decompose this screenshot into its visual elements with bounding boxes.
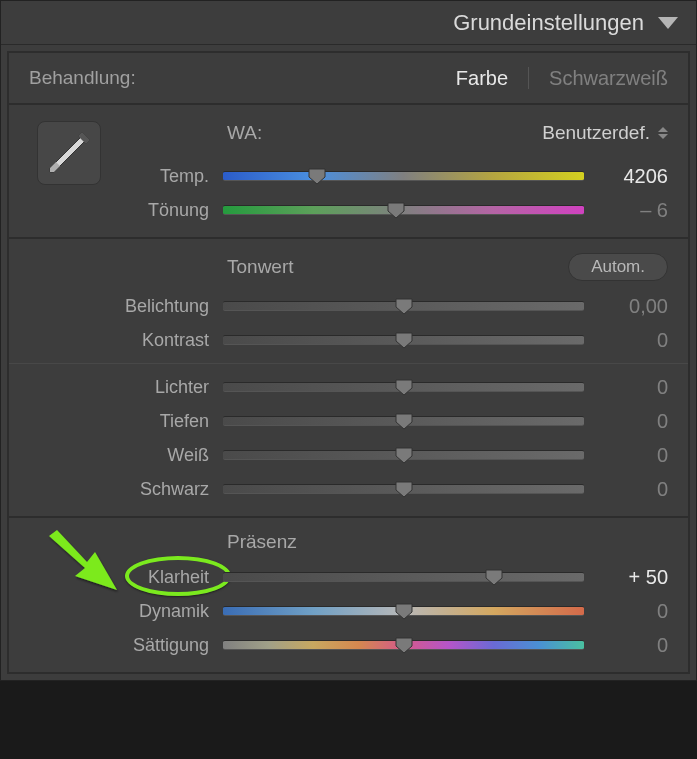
panel-header[interactable]: Grundeinstellungen bbox=[1, 1, 696, 45]
blacks-thumb[interactable] bbox=[394, 480, 414, 498]
vibrance-label: Dynamik bbox=[29, 601, 209, 622]
saturation-value[interactable]: 0 bbox=[598, 634, 668, 657]
blacks-row: Schwarz 0 bbox=[29, 472, 668, 506]
wb-preset-dropdown[interactable]: Benutzerdef. bbox=[542, 122, 668, 144]
temp-row: Temp. 4206 bbox=[29, 159, 668, 193]
clarity-thumb[interactable] bbox=[484, 568, 504, 586]
annotation-arrow-icon bbox=[35, 524, 125, 600]
temp-label: Temp. bbox=[29, 166, 209, 187]
tint-slider[interactable] bbox=[223, 205, 584, 215]
vibrance-thumb[interactable] bbox=[394, 602, 414, 620]
blacks-label: Schwarz bbox=[29, 479, 209, 500]
wb-section: WA: Benutzerdef. Temp. 4206 Tönung – bbox=[7, 105, 690, 239]
blacks-slider[interactable] bbox=[223, 484, 584, 494]
contrast-row: Kontrast 0 bbox=[29, 323, 668, 357]
exposure-label: Belichtung bbox=[29, 296, 209, 317]
whites-label: Weiß bbox=[29, 445, 209, 466]
shadows-row: Tiefen 0 bbox=[29, 404, 668, 438]
highlights-slider[interactable] bbox=[223, 382, 584, 392]
shadows-value[interactable]: 0 bbox=[598, 410, 668, 433]
tint-label: Tönung bbox=[29, 200, 209, 221]
shadows-slider[interactable] bbox=[223, 416, 584, 426]
saturation-row: Sättigung 0 bbox=[29, 628, 668, 662]
treatment-bw[interactable]: Schwarzweiß bbox=[549, 67, 668, 90]
tone-title: Tonwert bbox=[227, 256, 568, 278]
wb-label: WA: bbox=[227, 122, 542, 144]
contrast-slider[interactable] bbox=[223, 335, 584, 345]
presence-title: Präsenz bbox=[227, 528, 668, 556]
dropdown-caret-icon bbox=[658, 127, 668, 139]
highlights-value[interactable]: 0 bbox=[598, 376, 668, 399]
clarity-label: Klarheit bbox=[29, 567, 209, 588]
whites-thumb[interactable] bbox=[394, 446, 414, 464]
temp-thumb[interactable] bbox=[307, 167, 327, 185]
panel-title: Grundeinstellungen bbox=[453, 10, 644, 36]
basic-panel: Grundeinstellungen Behandlung: Farbe Sch… bbox=[0, 0, 697, 681]
contrast-value[interactable]: 0 bbox=[598, 329, 668, 352]
tint-value[interactable]: – 6 bbox=[598, 199, 668, 222]
shadows-thumb[interactable] bbox=[394, 412, 414, 430]
whites-value[interactable]: 0 bbox=[598, 444, 668, 467]
clarity-slider[interactable] bbox=[223, 572, 584, 582]
clarity-row: Klarheit + 50 bbox=[29, 560, 668, 594]
exposure-row: Belichtung 0,00 bbox=[29, 289, 668, 323]
exposure-thumb[interactable] bbox=[394, 297, 414, 315]
whites-row: Weiß 0 bbox=[29, 438, 668, 472]
vibrance-value[interactable]: 0 bbox=[598, 600, 668, 623]
divider bbox=[9, 363, 688, 364]
presence-section: Präsenz Klarheit + 50 Dynamik bbox=[7, 518, 690, 674]
temp-value[interactable]: 4206 bbox=[598, 165, 668, 188]
exposure-slider[interactable] bbox=[223, 301, 584, 311]
vibrance-row: Dynamik 0 bbox=[29, 594, 668, 628]
shadows-label: Tiefen bbox=[29, 411, 209, 432]
disclosure-triangle-icon[interactable] bbox=[658, 17, 678, 29]
vibrance-slider[interactable] bbox=[223, 606, 584, 616]
contrast-label: Kontrast bbox=[29, 330, 209, 351]
tone-section: Tonwert Autom. Belichtung 0,00 Kontrast … bbox=[7, 239, 690, 518]
separator bbox=[528, 67, 529, 89]
auto-tone-button[interactable]: Autom. bbox=[568, 253, 668, 281]
treatment-section: Behandlung: Farbe Schwarzweiß bbox=[7, 51, 690, 105]
temp-slider[interactable] bbox=[223, 171, 584, 181]
saturation-thumb[interactable] bbox=[394, 636, 414, 654]
tint-row: Tönung – 6 bbox=[29, 193, 668, 227]
blacks-value[interactable]: 0 bbox=[598, 478, 668, 501]
highlights-thumb[interactable] bbox=[394, 378, 414, 396]
exposure-value[interactable]: 0,00 bbox=[598, 295, 668, 318]
tint-thumb[interactable] bbox=[386, 201, 406, 219]
treatment-color[interactable]: Farbe bbox=[456, 67, 508, 90]
wb-preset-value: Benutzerdef. bbox=[542, 122, 650, 144]
contrast-thumb[interactable] bbox=[394, 331, 414, 349]
whites-slider[interactable] bbox=[223, 450, 584, 460]
saturation-label: Sättigung bbox=[29, 635, 209, 656]
highlights-row: Lichter 0 bbox=[29, 370, 668, 404]
saturation-slider[interactable] bbox=[223, 640, 584, 650]
clarity-value[interactable]: + 50 bbox=[598, 566, 668, 589]
treatment-label: Behandlung: bbox=[29, 67, 456, 89]
highlights-label: Lichter bbox=[29, 377, 209, 398]
